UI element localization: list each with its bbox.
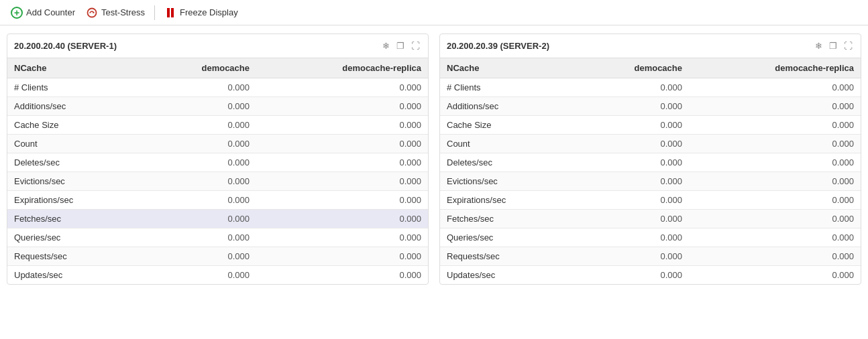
table-row: Cache Size0.0000.000 (7, 116, 428, 135)
panel-controls-server1: ❄❐⛶ (381, 40, 421, 52)
col-header-2: democache-replica (689, 58, 861, 78)
pin-icon[interactable]: ❄ (814, 40, 824, 52)
row-col2: 0.000 (689, 228, 861, 247)
table-row: Expirations/sec0.0000.000 (7, 191, 428, 210)
row-col2: 0.000 (689, 135, 861, 153)
table-row: Fetches/sec0.0000.000 (440, 210, 861, 228)
row-label: Expirations/sec (440, 191, 575, 210)
freeze-display-button[interactable]: Freeze Display (160, 5, 242, 21)
row-label: Cache Size (440, 116, 575, 135)
row-col1: 0.000 (575, 97, 689, 116)
row-col1: 0.000 (575, 116, 689, 135)
test-stress-button[interactable]: Test-Stress (82, 5, 149, 21)
table-row: Queries/sec0.0000.000 (440, 228, 861, 247)
row-label: Additions/sec (440, 97, 575, 116)
table-row: Additions/sec0.0000.000 (7, 97, 428, 116)
table-row: Evictions/sec0.0000.000 (440, 172, 861, 191)
row-col2: 0.000 (256, 172, 428, 191)
row-col1: 0.000 (142, 172, 256, 191)
add-counter-button[interactable]: + Add Counter (7, 5, 79, 21)
pin-icon[interactable]: ❄ (381, 40, 391, 52)
row-label: # Clients (440, 78, 575, 97)
row-col2: 0.000 (689, 172, 861, 191)
fullscreen-icon[interactable]: ⛶ (410, 40, 421, 52)
table-row: Additions/sec0.0000.000 (440, 97, 861, 116)
row-col1: 0.000 (142, 153, 256, 172)
row-label: Evictions/sec (7, 172, 142, 191)
table-row: Expirations/sec0.0000.000 (440, 191, 861, 210)
svg-point-0 (88, 8, 97, 17)
row-col2: 0.000 (256, 247, 428, 266)
row-col1: 0.000 (142, 116, 256, 135)
restore-icon[interactable]: ❐ (395, 40, 406, 52)
col-header-1: democache (575, 58, 689, 78)
col-header-0: NCache (7, 58, 142, 78)
panel-server1: 20.200.20.40 (SERVER-1)❄❐⛶NCachedemocach… (7, 33, 429, 285)
row-col2: 0.000 (256, 191, 428, 210)
add-counter-label: Add Counter (26, 7, 75, 17)
row-col2: 0.000 (689, 78, 861, 97)
col-header-0: NCache (440, 58, 575, 78)
panel-title-server2: 20.200.20.39 (SERVER-2) (447, 41, 549, 51)
row-col1: 0.000 (142, 78, 256, 97)
table-row: Deletes/sec0.0000.000 (440, 153, 861, 172)
stress-icon (86, 7, 98, 19)
freeze-display-label: Freeze Display (180, 7, 238, 17)
restore-icon[interactable]: ❐ (828, 40, 838, 52)
col-header-1: democache (142, 58, 256, 78)
row-col2: 0.000 (689, 210, 861, 228)
row-col1: 0.000 (575, 172, 689, 191)
main-content: 20.200.20.40 (SERVER-1)❄❐⛶NCachedemocach… (0, 25, 868, 293)
panel-title-server1: 20.200.20.40 (SERVER-1) (14, 41, 117, 51)
row-label: Updates/sec (7, 266, 142, 285)
table-server1: NCachedemocachedemocache-replica# Client… (7, 58, 428, 284)
row-col2: 0.000 (256, 116, 428, 135)
row-col2: 0.000 (689, 116, 861, 135)
row-col2: 0.000 (256, 210, 428, 228)
table-row: Deletes/sec0.0000.000 (7, 153, 428, 172)
row-label: Updates/sec (440, 266, 575, 285)
row-col1: 0.000 (142, 247, 256, 266)
test-stress-label: Test-Stress (101, 7, 145, 17)
row-col1: 0.000 (142, 97, 256, 116)
row-col1: 0.000 (142, 191, 256, 210)
panel-server2: 20.200.20.39 (SERVER-2)❄❐⛶NCachedemocach… (439, 33, 861, 285)
row-col1: 0.000 (575, 247, 689, 266)
row-col1: 0.000 (575, 266, 689, 285)
row-col2: 0.000 (256, 153, 428, 172)
row-label: Count (7, 135, 142, 153)
row-col2: 0.000 (689, 153, 861, 172)
table-row: Queries/sec0.0000.000 (7, 228, 428, 247)
row-label: Cache Size (7, 116, 142, 135)
add-icon: + (11, 7, 23, 19)
row-col2: 0.000 (689, 97, 861, 116)
col-header-2: democache-replica (256, 58, 428, 78)
table-row: Count0.0000.000 (440, 135, 861, 153)
toolbar: + Add Counter Test-Stress Freeze Display (0, 0, 868, 25)
table-row: Count0.0000.000 (7, 135, 428, 153)
row-label: Fetches/sec (7, 210, 142, 228)
row-col1: 0.000 (575, 228, 689, 247)
table-row: # Clients0.0000.000 (7, 78, 428, 97)
panel-header-server2: 20.200.20.39 (SERVER-2)❄❐⛶ (440, 34, 861, 58)
panel-header-server1: 20.200.20.40 (SERVER-1)❄❐⛶ (7, 34, 428, 58)
row-col1: 0.000 (142, 210, 256, 228)
row-col2: 0.000 (256, 266, 428, 285)
row-col2: 0.000 (689, 247, 861, 266)
row-col1: 0.000 (575, 135, 689, 153)
row-col1: 0.000 (575, 210, 689, 228)
row-label: Fetches/sec (440, 210, 575, 228)
table-row: Requests/sec0.0000.000 (440, 247, 861, 266)
row-label: Deletes/sec (7, 153, 142, 172)
table-row: Updates/sec0.0000.000 (440, 266, 861, 285)
row-col2: 0.000 (256, 78, 428, 97)
table-row: Evictions/sec0.0000.000 (7, 172, 428, 191)
fullscreen-icon[interactable]: ⛶ (843, 40, 854, 52)
row-label: Queries/sec (7, 228, 142, 247)
table-row: Cache Size0.0000.000 (440, 116, 861, 135)
table-server2: NCachedemocachedemocache-replica# Client… (440, 58, 861, 284)
row-col1: 0.000 (142, 228, 256, 247)
row-col1: 0.000 (142, 135, 256, 153)
row-label: # Clients (7, 78, 142, 97)
table-row: Requests/sec0.0000.000 (7, 247, 428, 266)
